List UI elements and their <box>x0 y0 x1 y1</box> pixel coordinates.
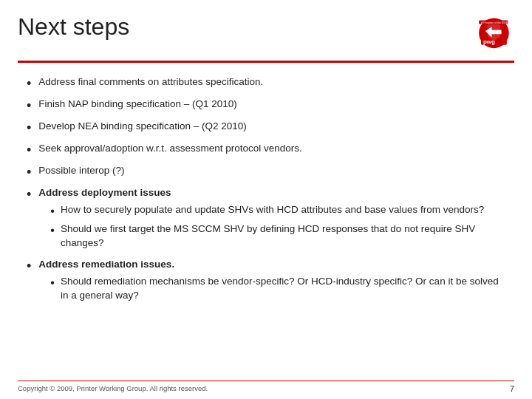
sub-item-text: How to securely populate and update SHVs… <box>61 203 505 217</box>
divider <box>18 61 514 63</box>
list-item: • Should we first target the MS SCCM SHV… <box>50 222 505 250</box>
list-item: • Address deployment issues • How to sec… <box>27 185 505 253</box>
logo-area: pwg A Program of the IEEE-ISTO <box>471 13 514 56</box>
bullet-icon: • <box>27 140 31 160</box>
list-item: • Should remediation mechanisms be vendo… <box>50 275 505 303</box>
item-text: Address remediation issues. • Should rem… <box>38 257 505 305</box>
item-text: Possible interop (?) <box>38 163 505 178</box>
svg-text:A Program of the IEEE-ISTO: A Program of the IEEE-ISTO <box>481 21 514 24</box>
main-bullet-list: • Address final comments on attributes s… <box>27 75 505 306</box>
list-item: • Develop NEA binding specification – (Q… <box>27 119 505 137</box>
list-item: • Address final comments on attributes s… <box>27 75 505 93</box>
list-item: • Seek approval/adoption w.r.t. assessme… <box>27 141 505 160</box>
bullet-icon: • <box>27 185 31 204</box>
item-text: Develop NEA binding specification – (Q2 … <box>38 119 505 134</box>
bullet-icon: • <box>27 256 31 276</box>
content-area: • Address final comments on attributes s… <box>0 70 532 314</box>
item-text: Seek approval/adoption w.r.t. assessment… <box>38 141 505 156</box>
bullet-icon: • <box>50 203 55 219</box>
slide: Next steps pwg A Program of the IEEE-IST… <box>0 0 532 399</box>
item-text: Finish NAP binding specification – (Q1 2… <box>38 97 505 112</box>
sub-bullet-list-remediation: • Should remediation mechanisms be vendo… <box>38 275 505 303</box>
list-item: • Possible interop (?) <box>27 163 505 182</box>
footer: Copyright © 2009, Printer Working Group.… <box>18 381 514 393</box>
page-number: 7 <box>510 384 514 393</box>
bullet-icon: • <box>27 118 31 137</box>
copyright-text: Copyright © 2009, Printer Working Group.… <box>18 384 208 393</box>
bullet-icon: • <box>50 222 55 239</box>
list-item: • Finish NAP binding specification – (Q1… <box>27 97 505 115</box>
sub-item-text: Should we first target the MS SCCM SHV b… <box>61 222 505 250</box>
item-text: Address deployment issues • How to secur… <box>38 185 505 253</box>
item-text: Address final comments on attributes spe… <box>38 75 505 89</box>
svg-text:pwg: pwg <box>483 38 495 45</box>
bullet-icon: • <box>27 74 31 93</box>
header: Next steps pwg A Program of the IEEE-IST… <box>0 0 532 61</box>
bullet-icon: • <box>27 96 31 115</box>
sub-bullet-list: • How to securely populate and update SH… <box>38 203 505 250</box>
bullet-icon: • <box>50 275 55 291</box>
sub-item-text: Should remediation mechanisms be vendor-… <box>61 275 505 303</box>
bullet-icon: • <box>27 163 31 182</box>
page-title: Next steps <box>18 13 129 41</box>
pwg-logo-icon: pwg A Program of the IEEE-ISTO <box>471 13 514 56</box>
list-item: • Address remediation issues. • Should r… <box>27 257 505 305</box>
list-item: • How to securely populate and update SH… <box>50 203 505 219</box>
